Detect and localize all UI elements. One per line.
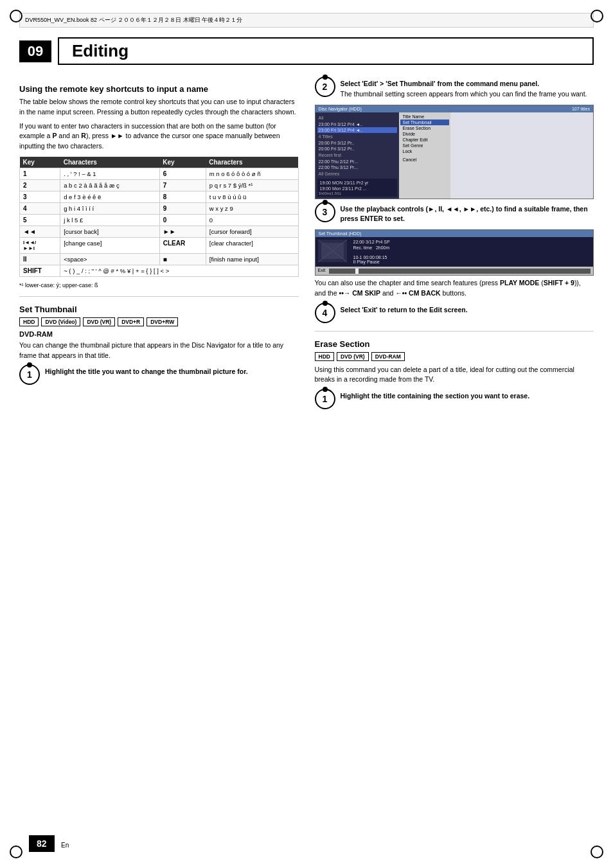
table-row: 5 j k l 5 £ 0 0 [20,214,299,226]
remote-shortcuts-heading: Using the remote key shortcuts to input … [19,84,299,94]
menu-erase-section: Erase Section [400,125,449,131]
menu-set-thumbnail: Set Thumbnail [400,120,449,125]
thumb-screen-body: 22:00 3/12 Pr4 SP Rec. time 2h00m 10-1 0… [315,237,594,267]
menu-chapter-edit: Chapter Edit [400,137,449,143]
step-3-sub: You can also use the chapter and time se… [315,278,594,299]
erase-section-divider [315,331,594,332]
nav-row-selected: 23:00 Fri 3/12 Pr4 ◄.. [317,127,397,133]
key-table: Key Characters Key Characters 1 . , ' ? … [19,157,299,277]
step-4: 4 Select 'Exit' to return to the Edit sc… [315,303,594,323]
step-3-text: Use the playback controls (►, II, ◄◄, ►►… [341,202,594,225]
nav-bottom: 19:00 MON 23/11 Pr2 yr 19:00 Mon 23/11 P… [317,179,397,197]
nav-recent-label: Recent first [317,152,397,159]
table-row: SHIFT ~ ( ) _ / : ; " ' ^ @ # * % ¥ | + … [20,265,299,276]
nav-label: All [317,114,397,121]
remote-shortcuts-intro2: If you want to enter two characters in s… [19,121,299,152]
nav-screen-count: 107 titles [572,107,590,111]
table-row: II <space> ■ [finish name input] [20,253,299,265]
nav-row: 20:00 Fri 3/12 Pr.. [317,146,397,152]
thumb-screen-titlebar: Set Thumbnail (HDD) [315,230,594,237]
table-row: 1 . , ' ? ! – & 1 6 m n o 6 ó ô ò ó ø ñ [20,168,299,179]
step-2: 2 Select 'Edit' > 'Set Thumbnail' from t… [315,76,594,100]
step-2-circle: 2 [315,76,335,97]
remote-shortcuts-intro1: The table below shows the remote control… [19,97,299,118]
nav-left-panel: All 23:00 Fri 3/12 Pr4 ◄.. 23:00 Fri 3/1… [315,112,399,199]
nav-duration: 1h00m(1.5G) [319,191,396,195]
format-badge-dvd-video: DVD (Video) [41,317,80,326]
format-badge-dvdrw: DVD+RW [147,317,178,326]
erase-badge-hdd: HDD [315,352,334,361]
set-thumbnail-formats: HDD DVD (Video) DVD (VR) DVD+R DVD+RW [19,317,299,326]
menu-lock: Lock [400,148,449,154]
erase-step-1-circle: 1 [315,389,335,409]
step-1: 1 Highlight the title you want to change… [19,364,299,385]
table-row: 3 d e f 3 è é ê ë 8 t u v 8 ù ú û ü [20,191,299,202]
table-row: ◄◄ [cursor back] ►► [cursor forward] [20,226,299,237]
table-row: 2 a b c 2 à â ã å å æ ç 7 p q r s 7 $ ý/… [20,179,299,191]
step-1-text: Highlight the title you want to change t… [45,364,299,377]
table-row: I◄◄/►►I [change case] CLEAR [clear chara… [20,237,299,253]
corner-mark-tl [10,10,22,22]
nav-genres-label: All Genres [317,170,397,177]
nav-right-menu: Title Name Set Thumbnail Erase Section D… [399,112,450,199]
step-4-circle: 4 [315,303,335,323]
thumb-progress: Exit [318,268,591,274]
thumb-buttons: II Play Pause [353,260,390,264]
set-thumbnail-heading: Set Thumbnail [19,305,299,314]
table-footnote: *¹ lower-case: ý; upper-case: ß [19,282,299,288]
set-thumbnail-screen: Set Thumbnail (HDD) 22:00 3/12 Pr4 SP R [315,229,594,276]
erase-section-formats: HDD DVD (VR) DVD-RAM [315,352,594,361]
step-2-sub: The thumbnail setting screen appears fro… [341,90,587,98]
table-header-chars2: Characters [206,157,298,168]
chapter-header: 09 Editing [19,37,594,65]
thumb-rec-line: Rec. time 2h00m [353,245,390,250]
corner-mark-br [591,846,603,858]
step-3-circle: 3 [315,202,335,222]
step-4-text: Select 'Exit' to return to the Edit scre… [341,303,594,315]
erase-step-1: 1 Highlight the title containing the sec… [315,389,594,409]
nav-row: 20:00 Fri 3/12 Pr.. [317,140,397,146]
erase-badge-dvd-ram: DVD-RAM [371,352,405,361]
table-header-key1: Key [20,157,60,168]
erase-section-heading: Erase Section [315,339,594,349]
thumb-info-line: 22:00 3/12 Pr4 SP [353,240,390,244]
nav-row: 22:00 Thu 2/12 Pr... [317,159,397,164]
chapter-title: Editing [58,37,594,65]
thumb-counter: 10-1 00:00:08:15 [353,255,390,260]
thumb-progress-indicator [355,269,359,274]
main-content: Using the remote key shortcuts to input … [19,76,594,414]
menu-cancel: Cancel [400,157,449,163]
page-number: 82 [29,835,55,852]
page-lang: En [61,842,69,849]
chapter-number: 09 [19,40,51,62]
section-divider [19,296,299,297]
nav-screen-title: Disc Navigator (HDD) [319,107,362,111]
topbar-text: DVR550H_WV_EN.book 82 ページ ２００６年１２月２８日 木曜… [25,16,242,24]
step-1-circle: 1 [19,364,40,385]
thumb-svg [318,240,347,262]
erase-section-desc: Using this command you can delete a part… [315,365,594,385]
erase-step-1-text: Highlight the title containing the secti… [341,389,594,402]
nav-row: 22:00 Thu 3/12 Pr... [317,164,397,170]
screen-title-bar: Disc Navigator (HDD) 107 titles [315,105,594,112]
format-badge-hdd: HDD [19,317,39,326]
step-2-text: Select 'Edit' > 'Set Thumbnail' from the… [341,76,594,100]
thumb-progress-bar [329,269,591,274]
menu-title-name: Title Name [400,114,449,120]
nav-screen-body: All 23:00 Fri 3/12 Pr4 ◄.. 23:00 Fri 3/1… [315,112,594,199]
table-header-chars1: Characters [60,157,160,168]
format-badge-dvd-vr: DVD (VR) [83,317,115,326]
erase-badge-dvd-vr: DVD (VR) [337,352,369,361]
menu-set-genre: Set Genre [400,143,449,148]
menu-divide: Divide [400,131,449,137]
thumb-screen-footer: Exit [315,267,594,275]
nav-row: 23:00 Fri 3/12 Pr4 ◄.. [317,121,397,127]
nav-titles-label: 4 Titles [317,133,397,140]
corner-mark-tr [591,10,603,22]
right-column: 2 Select 'Edit' > 'Set Thumbnail' from t… [315,76,594,414]
disc-navigator-screen: Disc Navigator (HDD) 107 titles All 23:0… [315,105,594,199]
table-header-key2: Key [159,157,206,168]
dvd-ram-label: DVD-RAM [19,330,299,338]
top-bar: DVR550H_WV_EN.book 82 ページ ２００６年１２月２８日 木曜… [19,13,594,28]
thumb-preview-image [318,240,347,262]
